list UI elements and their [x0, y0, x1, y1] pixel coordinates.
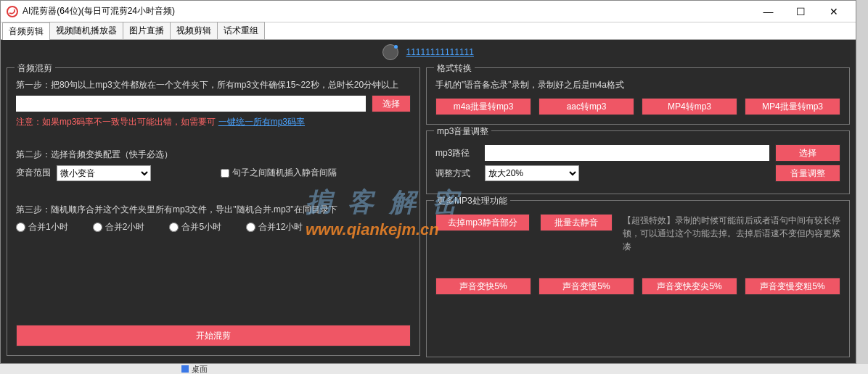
right-column: 格式转换 手机的"语音备忘录"录制，录制好之后是m4a格式 m4a批量转mp3 …: [426, 67, 850, 357]
volume-legend: mp3音量调整: [434, 125, 491, 138]
tab-script-recombine[interactable]: 话术重组: [217, 22, 265, 39]
adjust-method-label: 调整方式: [435, 167, 479, 180]
window-title: AI混剪器(64位)(每日可混剪24小时音频): [22, 5, 175, 17]
note-prefix: 注意：如果mp3码率不一致导出可能出错，如需要可: [16, 117, 216, 127]
tab-video-random-player[interactable]: 视频随机播放器: [49, 22, 123, 39]
tab-video-edit[interactable]: 视频剪辑: [170, 22, 218, 39]
taskbar-icon: [181, 365, 189, 373]
taskbar-label: 桌面: [192, 364, 208, 375]
account-row: 11111111111111: [1, 44, 856, 60]
speed-up-button[interactable]: 声音变快5%: [435, 278, 531, 295]
radio-12h[interactable]: 合并12小时: [246, 221, 303, 233]
insert-silence-label: 句子之间随机插入静音间隔: [232, 167, 337, 179]
step3-text: 第三步：随机顺序合并这个文件夹里所有mp3文件，导出"随机合并.mp3"在同目录…: [16, 203, 411, 217]
mp3-path-label: mp3路径: [435, 146, 479, 160]
speed-pitch-up-button[interactable]: 声音变快变尖5%: [642, 278, 737, 295]
app-window: AI混剪器(64位)(每日可混剪24小时音频) — ☐ ✕ 音频剪辑 视频随机播…: [0, 0, 856, 364]
window-controls: — ☐ ✕: [752, 1, 850, 22]
remove-silence-button[interactable]: 去掉mp3静音部分: [435, 214, 530, 231]
select-folder-button[interactable]: 选择: [372, 95, 411, 112]
slow-pitch-down-button[interactable]: 声音变慢变粗5%: [745, 278, 840, 295]
content-area: 11111111111111 掮 客 解 密 www.qiankejm.cn 音…: [1, 40, 856, 363]
step2-row: 变音范围 微小变音 句子之间随机插入静音间隔: [16, 165, 411, 181]
step1-row: 选择: [16, 95, 411, 112]
mp4-batch-button[interactable]: MP4批量转mp3: [745, 98, 840, 115]
format-legend: 格式转换: [434, 62, 475, 75]
voice-range-select[interactable]: 微小变音: [57, 165, 151, 181]
aac-to-mp3-button[interactable]: aac转mp3: [539, 98, 634, 115]
format-convert-group: 格式转换 手机的"语音备忘录"录制，录制好之后是m4a格式 m4a批量转mp3 …: [426, 67, 850, 125]
batch-remove-silence-button[interactable]: 批量去静音: [540, 214, 613, 231]
volume-adjust-group: mp3音量调整 mp3路径 选择 调整方式 放大20% 音量调整: [426, 130, 850, 194]
titlebar: AI混剪器(64位)(每日可混剪24小时音频) — ☐ ✕: [1, 1, 856, 22]
mp4-to-mp3-button[interactable]: MP4转mp3: [642, 98, 737, 115]
format-desc: 手机的"语音备忘录"录制，录制好之后是m4a格式: [435, 78, 840, 92]
left-column: 音频混剪 第一步：把80句以上mp3文件都放在一个文件夹下，所有mp3文件确保1…: [7, 67, 420, 357]
audio-mix-legend: 音频混剪: [15, 62, 55, 75]
audio-mix-group: 音频混剪 第一步：把80句以上mp3文件都放在一个文件夹下，所有mp3文件确保1…: [7, 67, 420, 356]
voice-range-label: 变音范围: [16, 166, 51, 180]
start-mix-button[interactable]: 开始混剪: [16, 325, 411, 346]
os-taskbar: 桌面: [0, 364, 868, 374]
unify-bitrate-link[interactable]: 一键统一所有mp3码率: [218, 117, 305, 127]
more-processing-group: 更多MP3处理功能 去掉mp3静音部分 批量去静音 【超强特效】录制的时候可能前…: [426, 200, 850, 357]
more-row1: 去掉mp3静音部分 批量去静音 【超强特效】录制的时候可能前后或者语句中间有较长…: [435, 214, 840, 253]
minimize-button[interactable]: —: [752, 1, 785, 22]
app-logo-icon: [7, 6, 18, 17]
slow-down-button[interactable]: 声音变慢5%: [539, 278, 634, 295]
radio-2h[interactable]: 合并2小时: [93, 221, 145, 233]
radio-5h[interactable]: 合并5小时: [169, 221, 221, 233]
merge-duration-radios: 合并1小时 合并2小时 合并5小时 合并12小时: [16, 221, 411, 233]
more-legend: 更多MP3处理功能: [434, 195, 510, 207]
volume-path-row: mp3路径 选择: [435, 144, 840, 162]
insert-silence-checkbox[interactable]: [221, 169, 229, 178]
volume-adjust-button[interactable]: 音量调整: [775, 165, 840, 182]
avatar-icon[interactable]: [382, 44, 398, 60]
step2-text: 第二步：选择音频变换配置（快手必选）: [16, 148, 411, 162]
more-hint: 【超强特效】录制的时候可能前后或者语句中间有较长停顿，可以通过这个功能去掉。去掉…: [623, 214, 840, 253]
volume-select-button[interactable]: 选择: [775, 144, 840, 162]
mp3-path-input[interactable]: [485, 145, 769, 161]
insert-silence-option[interactable]: 句子之间随机插入静音间隔: [221, 167, 337, 179]
tab-image-live[interactable]: 图片直播: [123, 22, 171, 39]
more-row2: 声音变快5% 声音变慢5% 声音变快变尖5% 声音变慢变粗5%: [435, 278, 840, 295]
tab-bar: 音频剪辑 视频随机播放器 图片直播 视频剪辑 话术重组: [1, 22, 856, 40]
step1-note: 注意：如果mp3码率不一致导出可能出错，如需要可 一键统一所有mp3码率: [16, 115, 411, 129]
close-button[interactable]: ✕: [817, 1, 850, 22]
step1-text: 第一步：把80句以上mp3文件都放在一个文件夹下，所有mp3文件确保15~22秒…: [16, 78, 411, 92]
account-link[interactable]: 11111111111111: [406, 47, 474, 57]
m4a-batch-button[interactable]: m4a批量转mp3: [435, 98, 531, 115]
volume-method-row: 调整方式 放大20% 音量调整: [435, 165, 840, 182]
adjust-method-select[interactable]: 放大20%: [485, 165, 579, 181]
source-folder-input[interactable]: [16, 96, 366, 112]
tab-audio-edit[interactable]: 音频剪辑: [2, 22, 50, 40]
format-buttons: m4a批量转mp3 aac转mp3 MP4转mp3 MP4批量转mp3: [435, 98, 840, 115]
maximize-button[interactable]: ☐: [785, 1, 817, 22]
radio-1h[interactable]: 合并1小时: [16, 221, 68, 233]
